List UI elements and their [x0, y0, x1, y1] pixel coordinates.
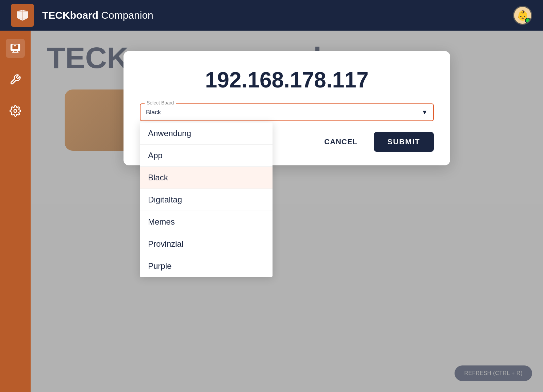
dropdown-item-digitaltag[interactable]: Digitaltag	[140, 189, 273, 211]
sidebar-item-screens[interactable]	[6, 39, 25, 58]
ip-address: 192.168.178.117	[140, 67, 434, 93]
dialog: 192.168.178.117 Select Board Black ▼ Anw…	[124, 51, 450, 165]
submit-button[interactable]: SUBMIT	[374, 132, 434, 152]
dropdown-item-purple[interactable]: Purple	[140, 255, 273, 277]
logo-icon	[16, 9, 29, 22]
avatar-online-indicator	[525, 18, 530, 23]
header-title: TECKboard Companion	[42, 10, 513, 21]
gear-icon	[10, 105, 21, 117]
wrench-icon	[10, 74, 21, 85]
dropdown-item-black[interactable]: Black	[140, 167, 273, 189]
select-board-field[interactable]: Black ▼	[140, 103, 434, 121]
monitor-icon	[10, 43, 21, 54]
select-board-label: Select Board	[145, 100, 176, 105]
avatar: 👶	[513, 6, 532, 25]
dropdown-item-anwendung[interactable]: Anwendung	[140, 122, 273, 145]
select-board-wrapper: Select Board Black ▼ Anwendung App Black…	[140, 103, 434, 121]
dropdown-item-memes[interactable]: Memes	[140, 211, 273, 233]
select-board-value: Black	[146, 109, 161, 116]
sidebar	[0, 31, 31, 392]
dropdown-item-app[interactable]: App	[140, 145, 273, 167]
cancel-button[interactable]: CANCEL	[316, 133, 366, 151]
svg-rect-3	[14, 45, 16, 46]
chevron-down-icon: ▼	[422, 109, 428, 116]
board-dropdown: Anwendung App Black Digitaltag Memes Pro…	[140, 122, 273, 277]
sidebar-item-wrench[interactable]	[6, 70, 25, 89]
sidebar-item-settings[interactable]	[6, 101, 25, 120]
header: TECKboard Companion 👶	[0, 0, 543, 31]
dialog-overlay: 192.168.178.117 Select Board Black ▼ Anw…	[31, 31, 543, 392]
logo	[11, 4, 34, 27]
dropdown-item-provinzial[interactable]: Provinzial	[140, 233, 273, 255]
main-area: TECKscreens nearby: 📶 192.168.178.117 Se…	[0, 31, 543, 392]
content-area: TECKscreens nearby: 📶 192.168.178.117 Se…	[31, 31, 543, 392]
svg-point-4	[14, 110, 17, 113]
